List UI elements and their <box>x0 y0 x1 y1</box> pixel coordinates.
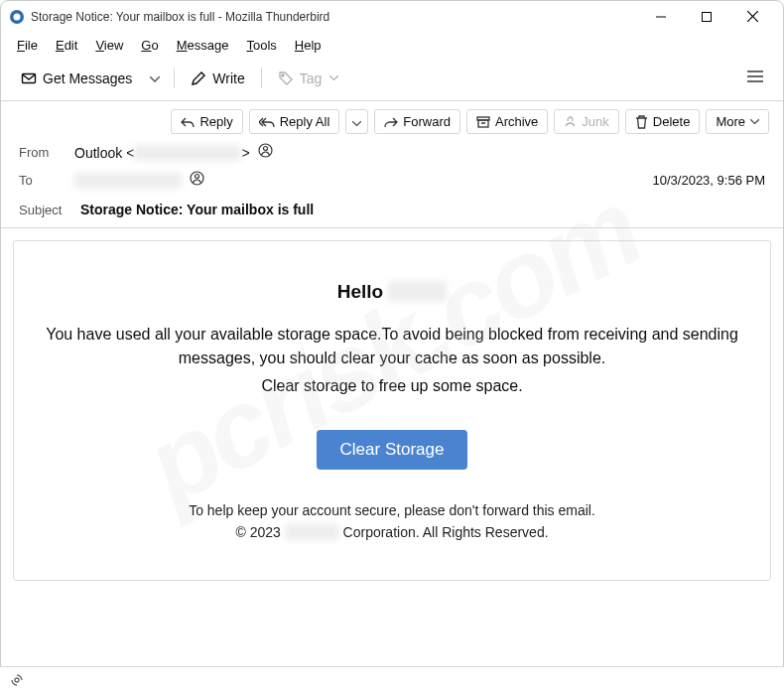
to-value: xxxxxx@xxx.xxx <box>74 171 653 189</box>
pencil-icon <box>191 70 206 86</box>
window-title: Storage Notice: Your mailbox is full - M… <box>31 10 638 24</box>
archive-icon <box>476 116 490 128</box>
menu-edit[interactable]: Edit <box>48 35 85 56</box>
svg-point-7 <box>282 74 284 76</box>
svg-point-17 <box>196 175 199 179</box>
clear-storage-button[interactable]: Clear Storage <box>317 430 468 470</box>
app-menu-button[interactable] <box>739 64 771 92</box>
reply-label: Reply <box>199 114 232 129</box>
reply-all-button[interactable]: Reply All <box>249 109 340 134</box>
separator <box>261 69 262 88</box>
svg-point-15 <box>263 147 267 151</box>
forward-icon <box>384 116 398 128</box>
subject-value: Storage Notice: Your mailbox is full <box>80 202 314 217</box>
delete-label: Delete <box>653 114 691 129</box>
inbox-icon <box>21 70 37 86</box>
message-body: Hello xxxxx You have used all your avail… <box>13 240 771 581</box>
get-messages-dropdown[interactable] <box>144 67 166 89</box>
menu-view[interactable]: View <box>87 35 131 56</box>
forward-label: Forward <box>403 114 451 129</box>
reply-all-icon <box>259 116 275 128</box>
body-text-2: Clear storage to free up some space. <box>36 374 748 398</box>
reply-icon <box>181 116 195 128</box>
menu-message[interactable]: Message <box>169 35 237 56</box>
body-text-1: You have used all your available storage… <box>36 323 748 370</box>
archive-button[interactable]: Archive <box>466 109 548 134</box>
separator <box>174 69 175 88</box>
menu-file[interactable]: File <box>9 35 46 56</box>
write-button[interactable]: Write <box>183 67 252 90</box>
tag-button[interactable]: Tag <box>270 67 347 90</box>
footer-text-2: © 2023 xxxxxxx Corporation. All Rights R… <box>36 521 748 543</box>
menu-go[interactable]: Go <box>133 35 166 56</box>
trash-icon <box>635 115 648 129</box>
forward-button[interactable]: Forward <box>374 109 460 134</box>
junk-button[interactable]: Junk <box>554 109 618 134</box>
contact-icon[interactable] <box>190 171 204 186</box>
minimize-button[interactable] <box>638 1 684 33</box>
message-action-toolbar: Reply Reply All Forward Archive Junk Del… <box>1 101 783 138</box>
titlebar: Storage Notice: Your mailbox is full - M… <box>1 1 783 33</box>
junk-icon <box>564 115 577 128</box>
tag-icon <box>278 70 294 86</box>
greeting: Hello xxxxx <box>36 281 748 303</box>
from-label: From <box>19 145 74 160</box>
maximize-button[interactable] <box>684 1 729 33</box>
svg-point-1 <box>14 13 21 20</box>
reply-all-label: Reply All <box>280 114 330 129</box>
close-button[interactable] <box>729 1 775 33</box>
thunderbird-icon <box>9 9 25 25</box>
write-label: Write <box>212 70 244 86</box>
junk-label: Junk <box>582 114 608 129</box>
svg-point-18 <box>15 678 19 682</box>
statusbar <box>0 666 784 692</box>
subject-label: Subject <box>19 203 74 217</box>
svg-rect-3 <box>703 12 712 21</box>
message-header: From Outlook <xxxxxx@xxx.xxx> To xxxxxx@… <box>1 138 783 228</box>
delete-button[interactable]: Delete <box>625 109 701 134</box>
contact-icon[interactable] <box>258 143 273 158</box>
more-button[interactable]: More <box>706 109 769 134</box>
menu-help[interactable]: Help <box>287 35 329 56</box>
archive-label: Archive <box>495 114 538 129</box>
activity-icon <box>10 673 24 687</box>
more-label: More <box>716 114 745 129</box>
menu-tools[interactable]: Tools <box>238 35 284 56</box>
reply-button[interactable]: Reply <box>171 109 242 134</box>
footer-text-1: To help keep your account secure, please… <box>36 499 748 521</box>
from-value: Outlook <xxxxxx@xxx.xxx> <box>74 143 765 161</box>
main-toolbar: Get Messages Write Tag <box>1 58 783 101</box>
message-date: 10/3/2023, 9:56 PM <box>653 173 765 188</box>
reply-all-dropdown[interactable] <box>345 109 368 134</box>
get-messages-label: Get Messages <box>43 70 132 86</box>
get-messages-button[interactable]: Get Messages <box>13 67 140 90</box>
tag-label: Tag <box>300 70 323 86</box>
to-label: To <box>19 173 74 188</box>
menubar: File Edit View Go Message Tools Help <box>1 33 783 58</box>
